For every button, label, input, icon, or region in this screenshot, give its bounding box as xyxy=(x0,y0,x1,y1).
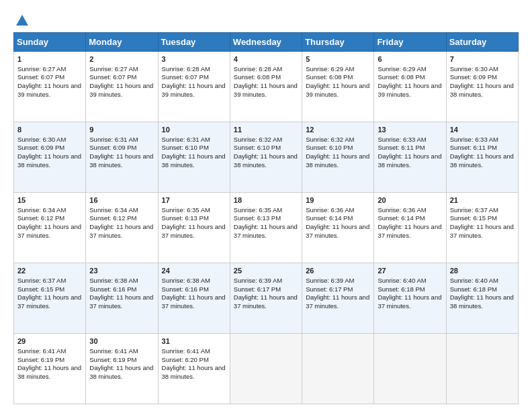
calendar-cell: 15Sunrise: 6:34 AMSunset: 6:12 PMDayligh… xyxy=(14,192,86,263)
day-number: 23 xyxy=(89,266,154,276)
day-number: 22 xyxy=(17,266,82,276)
day-number: 3 xyxy=(162,54,226,64)
logo-name xyxy=(13,12,31,26)
day-number: 16 xyxy=(89,195,154,205)
day-number: 21 xyxy=(450,195,515,205)
calendar-header-monday: Monday xyxy=(86,32,158,51)
calendar-week-4: 22Sunrise: 6:37 AMSunset: 6:15 PMDayligh… xyxy=(14,263,519,333)
calendar-cell: 7Sunrise: 6:30 AMSunset: 6:09 PMDaylight… xyxy=(446,51,518,122)
day-number: 5 xyxy=(306,54,370,64)
day-number: 8 xyxy=(17,125,82,135)
day-number: 26 xyxy=(306,266,370,276)
day-number: 2 xyxy=(89,54,154,64)
day-number: 10 xyxy=(162,125,226,135)
page: SundayMondayTuesdayWednesdayThursdayFrid… xyxy=(0,0,532,411)
calendar-header-sunday: Sunday xyxy=(14,32,86,51)
logo-blue xyxy=(13,12,31,28)
calendar-cell: 26Sunrise: 6:39 AMSunset: 6:17 PMDayligh… xyxy=(302,263,374,333)
calendar-cell: 24Sunrise: 6:38 AMSunset: 6:16 PMDayligh… xyxy=(158,263,230,333)
calendar-cell: 25Sunrise: 6:39 AMSunset: 6:17 PMDayligh… xyxy=(230,263,302,333)
calendar-cell: 1Sunrise: 6:27 AMSunset: 6:07 PMDaylight… xyxy=(14,51,86,122)
calendar-cell: 12Sunrise: 6:32 AMSunset: 6:10 PMDayligh… xyxy=(302,122,374,192)
day-number: 30 xyxy=(89,336,154,347)
calendar-cell: 27Sunrise: 6:40 AMSunset: 6:18 PMDayligh… xyxy=(374,263,446,333)
day-number: 18 xyxy=(234,195,298,205)
calendar-cell: 11Sunrise: 6:32 AMSunset: 6:10 PMDayligh… xyxy=(230,122,302,192)
day-number: 6 xyxy=(378,54,442,64)
calendar-cell: 19Sunrise: 6:36 AMSunset: 6:14 PMDayligh… xyxy=(302,192,374,263)
day-number: 20 xyxy=(378,195,442,205)
calendar-cell: 22Sunrise: 6:37 AMSunset: 6:15 PMDayligh… xyxy=(14,263,86,333)
calendar-cell: 10Sunrise: 6:31 AMSunset: 6:10 PMDayligh… xyxy=(158,122,230,192)
calendar-header-saturday: Saturday xyxy=(446,32,518,51)
calendar-cell: 4Sunrise: 6:28 AMSunset: 6:08 PMDaylight… xyxy=(230,51,302,122)
calendar-cell: 17Sunrise: 6:35 AMSunset: 6:13 PMDayligh… xyxy=(158,192,230,263)
calendar-cell: 16Sunrise: 6:34 AMSunset: 6:12 PMDayligh… xyxy=(86,192,158,263)
day-number: 17 xyxy=(162,195,226,205)
calendar-header-thursday: Thursday xyxy=(302,32,374,51)
calendar-week-3: 15Sunrise: 6:34 AMSunset: 6:12 PMDayligh… xyxy=(14,192,519,263)
calendar-cell: 28Sunrise: 6:40 AMSunset: 6:18 PMDayligh… xyxy=(446,263,518,333)
calendar-header-wednesday: Wednesday xyxy=(230,32,302,51)
logo-top xyxy=(13,12,31,28)
calendar-cell: 31Sunrise: 6:41 AMSunset: 6:20 PMDayligh… xyxy=(158,333,230,404)
day-number: 9 xyxy=(89,125,154,135)
calendar-cell: 23Sunrise: 6:38 AMSunset: 6:16 PMDayligh… xyxy=(86,263,158,333)
day-number: 11 xyxy=(234,125,298,135)
calendar-cell: 9Sunrise: 6:31 AMSunset: 6:09 PMDaylight… xyxy=(86,122,158,192)
calendar-week-1: 1Sunrise: 6:27 AMSunset: 6:07 PMDaylight… xyxy=(14,51,519,122)
calendar-header-tuesday: Tuesday xyxy=(158,32,230,51)
calendar-cell xyxy=(374,333,446,404)
calendar-cell: 14Sunrise: 6:33 AMSunset: 6:11 PMDayligh… xyxy=(446,122,518,192)
day-number: 12 xyxy=(306,125,370,135)
calendar-cell: 2Sunrise: 6:27 AMSunset: 6:07 PMDaylight… xyxy=(86,51,158,122)
calendar-table: SundayMondayTuesdayWednesdayThursdayFrid… xyxy=(13,32,519,404)
calendar-cell: 13Sunrise: 6:33 AMSunset: 6:11 PMDayligh… xyxy=(374,122,446,192)
calendar-cell xyxy=(302,333,374,404)
day-number: 31 xyxy=(162,336,226,347)
logo xyxy=(13,12,31,26)
calendar-cell: 30Sunrise: 6:41 AMSunset: 6:19 PMDayligh… xyxy=(86,333,158,404)
calendar-week-2: 8Sunrise: 6:30 AMSunset: 6:09 PMDaylight… xyxy=(14,122,519,192)
day-number: 29 xyxy=(17,336,82,347)
calendar-body: 1Sunrise: 6:27 AMSunset: 6:07 PMDaylight… xyxy=(14,51,519,404)
day-number: 14 xyxy=(450,125,515,135)
day-number: 1 xyxy=(17,54,82,64)
calendar-cell: 8Sunrise: 6:30 AMSunset: 6:09 PMDaylight… xyxy=(14,122,86,192)
day-number: 15 xyxy=(17,195,82,205)
calendar-header-row: SundayMondayTuesdayWednesdayThursdayFrid… xyxy=(14,32,519,51)
calendar-cell: 3Sunrise: 6:28 AMSunset: 6:07 PMDaylight… xyxy=(158,51,230,122)
calendar-cell: 18Sunrise: 6:35 AMSunset: 6:13 PMDayligh… xyxy=(230,192,302,263)
svg-marker-0 xyxy=(16,15,28,26)
calendar-header-friday: Friday xyxy=(374,32,446,51)
day-number: 24 xyxy=(162,266,226,276)
day-number: 19 xyxy=(306,195,370,205)
calendar-cell: 5Sunrise: 6:29 AMSunset: 6:08 PMDaylight… xyxy=(302,51,374,122)
calendar-cell xyxy=(446,333,518,404)
calendar-cell: 6Sunrise: 6:29 AMSunset: 6:08 PMDaylight… xyxy=(374,51,446,122)
calendar-week-5: 29Sunrise: 6:41 AMSunset: 6:19 PMDayligh… xyxy=(14,333,519,404)
day-number: 27 xyxy=(378,266,442,276)
header xyxy=(13,12,519,26)
calendar-cell xyxy=(230,333,302,404)
day-number: 13 xyxy=(378,125,442,135)
calendar-cell: 29Sunrise: 6:41 AMSunset: 6:19 PMDayligh… xyxy=(14,333,86,404)
day-number: 7 xyxy=(450,54,515,64)
calendar-cell: 20Sunrise: 6:36 AMSunset: 6:14 PMDayligh… xyxy=(374,192,446,263)
day-number: 28 xyxy=(450,266,515,276)
logo-icon xyxy=(15,13,30,28)
calendar-cell: 21Sunrise: 6:37 AMSunset: 6:15 PMDayligh… xyxy=(446,192,518,263)
day-number: 25 xyxy=(234,266,298,276)
day-number: 4 xyxy=(234,54,298,64)
